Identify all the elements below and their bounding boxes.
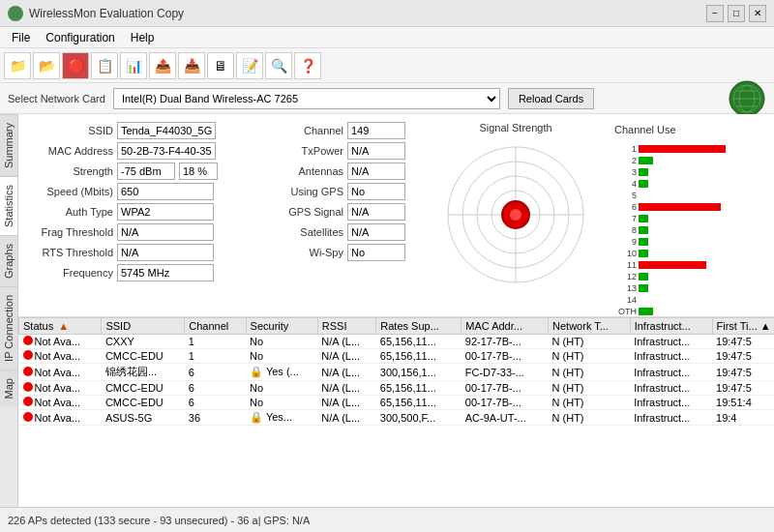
ap-time: 19:51:4: [712, 396, 774, 410]
ap-network: N (HT): [549, 410, 631, 426]
ap-security: No: [246, 335, 317, 349]
menu-file[interactable]: File: [4, 29, 38, 46]
netcard-dropdown[interactable]: Intel(R) Dual Band Wireless-AC 7265: [113, 88, 500, 109]
channel-value: 149: [347, 122, 405, 139]
toolbar-search[interactable]: 🔍: [265, 52, 292, 79]
ap-time: 19:47:5: [712, 349, 774, 364]
ap-status: Not Ava...: [19, 349, 102, 364]
ap-ssid: 锦绣花园...: [102, 364, 185, 381]
col-channel[interactable]: Channel: [185, 318, 246, 335]
channel-row: 14: [612, 294, 774, 305]
netcard-label: Select Network Card: [8, 93, 105, 104]
status-dot: [23, 350, 33, 360]
ssid-value: Tenda_F44030_5G: [117, 122, 216, 139]
gps-label: Using GPS: [256, 186, 343, 197]
ap-status: Not Ava...: [19, 396, 102, 410]
channel-bar-8: [639, 226, 648, 234]
satellites-label: Satellites: [256, 226, 343, 238]
radar-display: [438, 137, 593, 292]
col-security[interactable]: Security: [246, 318, 317, 335]
channel-row: 8: [612, 224, 774, 235]
toolbar-export[interactable]: 📤: [149, 52, 176, 79]
channel-row: 12: [612, 271, 774, 281]
channel-bar-7: [639, 215, 648, 222]
speed-value: 650: [117, 183, 214, 200]
channel-row: 13: [612, 282, 774, 293]
satellites-row: Satellites N/A: [256, 223, 421, 241]
close-button[interactable]: ✕: [749, 5, 766, 22]
table-row[interactable]: Not Ava...CMCC-EDU6NoN/A (L...65,156,11.…: [19, 396, 775, 410]
ap-status: Not Ava...: [19, 364, 102, 381]
tab-statistics[interactable]: Statistics: [0, 176, 17, 235]
ap-rates: 65,156,11...: [376, 335, 461, 349]
tab-map[interactable]: Map: [0, 369, 17, 406]
toolbar-chart[interactable]: 📊: [120, 52, 147, 79]
channel-row: Channel 149: [256, 122, 421, 139]
ap-time: 19:4: [712, 410, 774, 426]
maximize-button[interactable]: □: [728, 5, 745, 22]
left-fields: SSID Tenda_F44030_5G MAC Address 50-2B-7…: [26, 122, 249, 309]
channel-label: Channel: [256, 125, 343, 136]
channel-label-OTH: OTH: [612, 307, 637, 316]
ssid-label: SSID: [26, 125, 113, 136]
ap-rates: 300,156,1...: [376, 364, 461, 381]
col-rates[interactable]: Rates Sup...: [376, 318, 461, 335]
col-infra[interactable]: Infrastruct...: [630, 318, 712, 335]
ap-ssid: CMCC-EDU: [102, 349, 185, 364]
channel-row: 11: [612, 259, 774, 270]
tab-graphs[interactable]: Graphs: [0, 235, 17, 286]
satellites-value: N/A: [347, 223, 405, 241]
col-ssid[interactable]: SSID: [102, 318, 185, 335]
channel-bar-6: [639, 203, 721, 211]
toolbar-log[interactable]: 📝: [236, 52, 263, 79]
ap-rates: 65,156,11...: [376, 396, 461, 410]
col-network[interactable]: Network T...: [549, 318, 631, 335]
toolbar-save[interactable]: 🔴: [62, 52, 89, 79]
channel-bar-10: [639, 250, 648, 257]
ap-rssi: N/A (L...: [317, 381, 375, 396]
minimize-button[interactable]: −: [706, 5, 724, 22]
table-row[interactable]: Not Ava...ASUS-5G36🔒 Yes...N/A (L...300,…: [19, 410, 775, 426]
ap-status: Not Ava...: [19, 381, 102, 396]
menu-configuration[interactable]: Configuration: [38, 29, 122, 46]
toolbar-import[interactable]: 📥: [178, 52, 205, 79]
ap-mac: 92-17-7B-...: [461, 335, 549, 349]
col-rssi[interactable]: RSSI: [317, 318, 375, 335]
title-bar: WirelessMon Evaluation Copy − □ ✕: [0, 0, 774, 27]
antennas-label: Antennas: [256, 165, 343, 177]
table-row[interactable]: Not Ava...CMCC-EDU6NoN/A (L...65,156,11.…: [19, 381, 775, 396]
toolbar-print[interactable]: 📋: [91, 52, 118, 79]
ap-rates: 65,156,11...: [376, 381, 461, 396]
menu-help[interactable]: Help: [123, 29, 163, 46]
toolbar-screen[interactable]: 🖥: [207, 52, 234, 79]
reload-cards-button[interactable]: Reload Cards: [508, 88, 594, 109]
col-time[interactable]: First Ti... ▲: [712, 318, 774, 335]
channel-row: 1: [612, 143, 774, 154]
col-status[interactable]: Status ▲: [19, 318, 102, 335]
channel-label-9: 9: [612, 237, 637, 247]
auth-label: Auth Type: [26, 206, 113, 218]
table-row[interactable]: Not Ava...CMCC-EDU1NoN/A (L...65,156,11.…: [19, 349, 775, 364]
toolbar-open[interactable]: 📂: [33, 52, 60, 79]
channel-row: 10: [612, 248, 774, 258]
col-mac[interactable]: MAC Addr...: [461, 318, 549, 335]
table-row[interactable]: Not Ava...锦绣花园...6🔒 Yes (...N/A (L...300…: [19, 364, 775, 381]
ap-status: Not Ava...: [19, 335, 102, 349]
tab-summary[interactable]: Summary: [0, 114, 17, 176]
toolbar-new[interactable]: 📁: [4, 52, 31, 79]
channel-bar-9: [639, 238, 648, 246]
table-row[interactable]: Not Ava...CXXY1NoN/A (L...65,156,11...92…: [19, 335, 775, 349]
channel-row: 5: [612, 190, 774, 200]
toolbar: 📁 📂 🔴 📋 📊 📤 📥 🖥 📝 🔍 ❓: [0, 48, 774, 83]
wispy-label: Wi-Spy: [256, 247, 343, 258]
gpssig-row: GPS Signal N/A: [256, 203, 421, 221]
ap-time: 19:47:5: [712, 335, 774, 349]
ap-rssi: N/A (L...: [317, 364, 375, 381]
status-bar: 226 APs detected (133 secure - 93 unsecu…: [0, 507, 774, 532]
status-dot: [23, 382, 33, 392]
signal-title: Signal Strength: [479, 122, 551, 133]
toolbar-help[interactable]: ❓: [294, 52, 321, 79]
wispy-row: Wi-Spy No: [256, 244, 421, 261]
ap-infra: Infrastruct...: [630, 381, 712, 396]
tab-ip-connection[interactable]: IP Connection: [0, 286, 17, 369]
